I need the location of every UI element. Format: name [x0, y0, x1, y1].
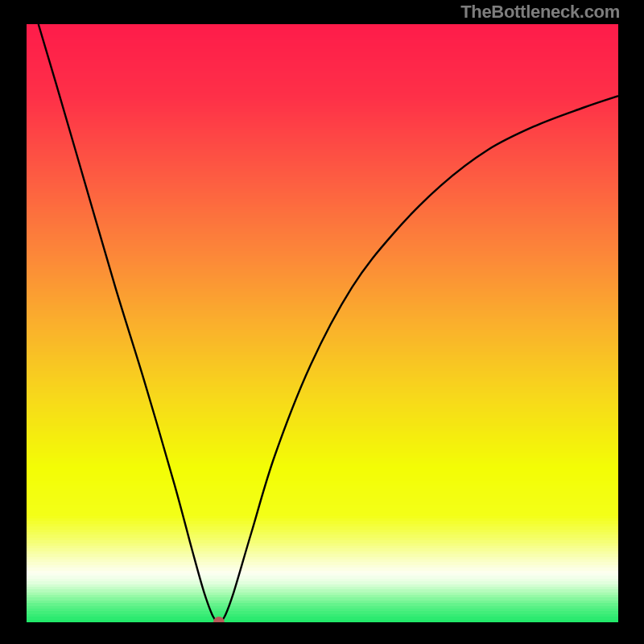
- watermark-text: TheBottleneck.com: [460, 2, 620, 23]
- chart-frame: TheBottleneck.com: [0, 0, 644, 644]
- plot-area: [27, 24, 618, 622]
- minimum-marker: [213, 617, 225, 622]
- bottleneck-curve: [39, 24, 618, 622]
- chart-svg: [27, 24, 618, 622]
